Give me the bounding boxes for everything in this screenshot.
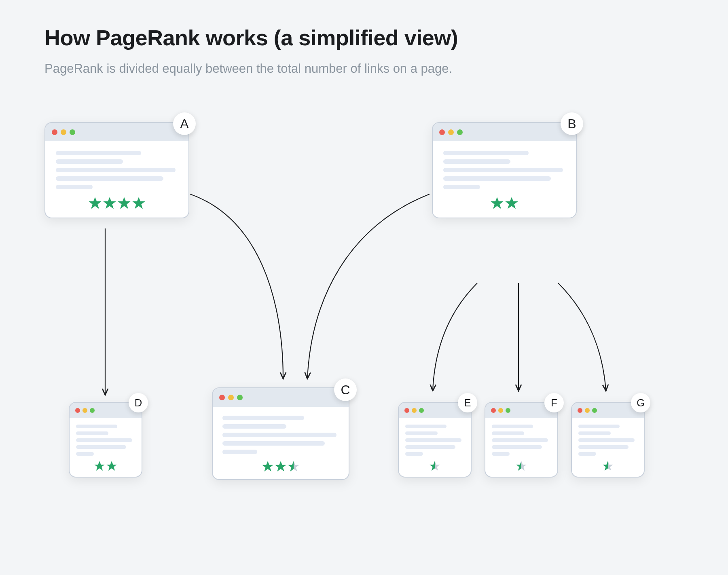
rank-stars (578, 461, 637, 472)
window-close-icon (75, 408, 80, 413)
window-zoom-icon (419, 408, 424, 413)
window-close-icon (491, 408, 496, 413)
window-close-icon (404, 408, 409, 413)
window-chrome (45, 123, 188, 141)
rank-stars (76, 461, 135, 472)
window-minimize-icon (61, 129, 66, 135)
svg-marker-21 (603, 461, 613, 471)
window-zoom-icon (237, 395, 243, 400)
page-d-label: D (129, 393, 148, 412)
diagram-subtitle: PageRank is divided equally between the … (44, 61, 452, 76)
window-close-icon (578, 408, 582, 413)
svg-marker-11 (94, 461, 105, 471)
svg-marker-4 (491, 197, 503, 209)
rank-stars (222, 461, 339, 473)
page-c (212, 387, 349, 480)
window-chrome (213, 388, 349, 407)
svg-marker-18 (516, 461, 527, 471)
window-close-icon (219, 395, 225, 400)
window-minimize-icon (448, 129, 454, 135)
edge-b-c (307, 194, 430, 378)
window-minimize-icon (498, 408, 503, 413)
page-e (398, 402, 472, 478)
page-b (432, 122, 577, 218)
svg-marker-15 (430, 461, 440, 471)
svg-marker-10 (288, 461, 299, 471)
page-c-label: C (334, 378, 357, 401)
svg-marker-3 (132, 197, 145, 209)
window-zoom-icon (90, 408, 95, 413)
page-f-label: F (544, 393, 564, 412)
page-b-label: B (561, 112, 583, 135)
page-g (571, 402, 645, 478)
window-minimize-icon (228, 395, 234, 400)
window-zoom-icon (457, 129, 463, 135)
svg-marker-12 (106, 461, 117, 471)
svg-marker-1 (103, 197, 116, 209)
svg-marker-0 (89, 197, 101, 209)
svg-marker-2 (118, 197, 130, 209)
window-close-icon (439, 129, 445, 135)
page-d (69, 402, 142, 478)
svg-marker-6 (262, 461, 273, 471)
page-e-label: E (458, 393, 477, 412)
svg-marker-7 (275, 461, 286, 471)
window-zoom-icon (592, 408, 597, 413)
window-chrome (433, 123, 576, 141)
rank-stars (56, 197, 178, 210)
window-minimize-icon (83, 408, 87, 413)
edge-a-c (190, 194, 283, 378)
page-a (44, 122, 189, 218)
edge-b-e (433, 283, 477, 390)
window-minimize-icon (585, 408, 590, 413)
window-minimize-icon (412, 408, 417, 413)
window-close-icon (52, 129, 57, 135)
window-zoom-icon (506, 408, 510, 413)
link-arrows (0, 0, 728, 575)
diagram-title: How PageRank works (a simplified view) (44, 25, 458, 50)
svg-marker-5 (505, 197, 518, 209)
rank-stars (405, 461, 464, 472)
rank-stars (492, 461, 551, 472)
page-a-label: A (173, 112, 196, 135)
edge-b-g (558, 283, 606, 390)
window-zoom-icon (70, 129, 75, 135)
rank-stars (443, 197, 565, 210)
page-g-label: G (631, 393, 650, 412)
page-f (485, 402, 558, 478)
